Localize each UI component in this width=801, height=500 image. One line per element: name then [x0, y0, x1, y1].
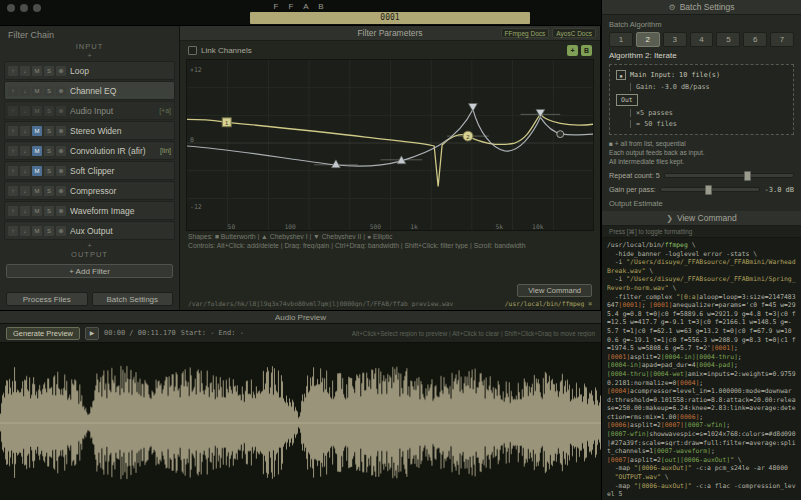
algorithm-button-2[interactable]: 2: [636, 32, 660, 47]
slider-thumb[interactable]: [705, 185, 712, 195]
view-command-title: View Command: [677, 213, 737, 223]
move-down-icon[interactable]: ↓: [20, 206, 30, 216]
mute-icon[interactable]: M: [32, 66, 42, 76]
algorithm-button-4[interactable]: 4: [690, 32, 714, 47]
solo-icon[interactable]: S: [44, 206, 54, 216]
waveform-canvas[interactable]: [0, 343, 601, 500]
solo-icon[interactable]: S: [44, 226, 54, 236]
remove-icon[interactable]: ⊗: [56, 186, 66, 196]
move-up-icon[interactable]: ↑: [8, 206, 18, 216]
remove-icon[interactable]: ⊗: [56, 206, 66, 216]
batch-settings-button[interactable]: Batch Settings: [92, 292, 174, 306]
move-down-icon[interactable]: ↓: [20, 226, 30, 236]
mute-icon[interactable]: M: [32, 206, 42, 216]
move-up-icon[interactable]: ↑: [8, 126, 18, 136]
filter-row[interactable]: ↑↓MS⊗Aux Output: [4, 221, 175, 240]
filter-parameters-title: Filter Parameters: [357, 28, 422, 38]
filter-name: Soft Clipper: [70, 166, 171, 176]
mute-icon[interactable]: M: [32, 166, 42, 176]
insert-filter-icon-bottom[interactable]: +: [0, 242, 179, 249]
solo-icon[interactable]: S: [44, 126, 54, 136]
solo-icon[interactable]: S: [44, 106, 54, 116]
mute-icon[interactable]: M: [32, 106, 42, 116]
remove-icon[interactable]: ⊗: [56, 126, 66, 136]
move-down-icon[interactable]: ↓: [20, 166, 30, 176]
terminal-segment: "OUTPUT.wav": [607, 473, 661, 481]
mute-icon[interactable]: M: [32, 226, 42, 236]
solo-icon[interactable]: S: [44, 86, 54, 96]
remove-icon[interactable]: ⊗: [56, 106, 66, 116]
insert-filter-icon[interactable]: +: [0, 52, 179, 59]
remove-icon[interactable]: ⊗: [56, 146, 66, 156]
move-down-icon[interactable]: ↓: [20, 186, 30, 196]
docs-link-button[interactable]: AyosC Docs: [552, 28, 596, 38]
move-up-icon[interactable]: ↑: [8, 66, 18, 76]
terminal-segment: ;: [726, 421, 730, 429]
filter-row[interactable]: ↑↓MS⊗Audio Input[+a]: [4, 101, 175, 120]
filter-row[interactable]: ↑↓MS⊗Waveform Image: [4, 201, 175, 220]
freq-tick-label: 50: [228, 223, 236, 230]
eq-point-triangle-down-1[interactable]: [468, 103, 477, 111]
view-command-button[interactable]: View Command: [517, 284, 592, 297]
terminal-segment: asplit=2: [630, 353, 661, 361]
command-terminal[interactable]: /usr/local/bin/ffmpeg \ -hide_banner -lo…: [602, 238, 801, 500]
move-up-icon[interactable]: ↑: [8, 226, 18, 236]
eq-point-triangle-down-2[interactable]: [536, 109, 545, 117]
remove-icon[interactable]: ⊗: [56, 226, 66, 236]
algorithm-button-1[interactable]: 1: [609, 32, 633, 47]
move-up-icon[interactable]: ↑: [8, 186, 18, 196]
filter-row[interactable]: ↑↓MS⊗Compressor: [4, 181, 175, 200]
eq-graph[interactable]: 1 2: [187, 60, 593, 230]
filter-row[interactable]: ↑↓MS⊗Channel EQ: [4, 81, 175, 100]
filter-row[interactable]: ↑↓MS⊗Convolution IR (afir)[lin]: [4, 141, 175, 160]
remove-icon[interactable]: ⊗: [56, 166, 66, 176]
play-button[interactable]: ▶: [85, 327, 99, 340]
remove-icon[interactable]: ⊗: [56, 86, 66, 96]
move-down-icon[interactable]: ↓: [20, 146, 30, 156]
repeat-count-row: Repeat count: 5: [609, 171, 794, 180]
algorithm-button-3[interactable]: 3: [663, 32, 687, 47]
eq-point-hollow-circle[interactable]: [557, 131, 564, 138]
link-channels-checkbox[interactable]: [188, 46, 197, 55]
solo-icon[interactable]: S: [44, 166, 54, 176]
algorithm-button-6[interactable]: 6: [743, 32, 767, 47]
controls-legend: Controls: Alt+Click: add/delete | Drag: …: [180, 240, 600, 249]
move-up-icon[interactable]: ↑: [8, 106, 18, 116]
move-up-icon[interactable]: ↑: [8, 166, 18, 176]
move-down-icon[interactable]: ↓: [20, 86, 30, 96]
channel-chip-button[interactable]: B: [581, 45, 592, 56]
remove-icon[interactable]: ⊗: [56, 66, 66, 76]
algorithm-button-7[interactable]: 7: [770, 32, 794, 47]
algorithm-button-5[interactable]: 5: [716, 32, 740, 47]
app-window: F F A B 0001 Filter Chain INPUT + ↑↓MS⊗L…: [0, 0, 801, 500]
move-down-icon[interactable]: ↓: [20, 106, 30, 116]
audio-preview-panel: Audio Preview Generate Preview ▶ 00:00 /…: [0, 310, 601, 500]
mute-icon[interactable]: M: [32, 186, 42, 196]
preset-name-field[interactable]: 0001: [250, 12, 530, 24]
terminal-segment: asplit=2: [630, 456, 661, 464]
filter-row[interactable]: ↑↓MS⊗Loop: [4, 61, 175, 80]
slider-thumb[interactable]: [744, 171, 751, 181]
move-down-icon[interactable]: ↓: [20, 66, 30, 76]
solo-icon[interactable]: S: [44, 186, 54, 196]
channel-chip-button[interactable]: +: [567, 45, 578, 56]
move-down-icon[interactable]: ↓: [20, 126, 30, 136]
mute-icon[interactable]: M: [32, 146, 42, 156]
solo-icon[interactable]: S: [44, 66, 54, 76]
process-files-button[interactable]: Process Files: [6, 292, 88, 306]
eq-point-triangle-up-1[interactable]: [331, 160, 340, 168]
mute-icon[interactable]: M: [32, 86, 42, 96]
generate-preview-button[interactable]: Generate Preview: [6, 327, 80, 340]
filter-row[interactable]: ↑↓MS⊗Soft Clipper: [4, 161, 175, 180]
mute-icon[interactable]: M: [32, 126, 42, 136]
add-filter-button[interactable]: + Add Filter: [6, 264, 173, 278]
docs-link-button[interactable]: FFmpeg Docs: [501, 28, 550, 38]
repeat-count-slider[interactable]: [664, 173, 794, 178]
move-up-icon[interactable]: ↑: [8, 146, 18, 156]
filter-row[interactable]: ↑↓MS⊗Stereo Widen: [4, 121, 175, 140]
gain-per-pass-slider[interactable]: [660, 187, 761, 192]
solo-icon[interactable]: S: [44, 146, 54, 156]
move-up-icon[interactable]: ↑: [8, 86, 18, 96]
terminal-line: [0004]acompressor=level_in=1.000000:mode…: [607, 387, 796, 421]
eq-editor[interactable]: 1 2 +12 0 -12 501005001k5k10k: [186, 59, 594, 231]
